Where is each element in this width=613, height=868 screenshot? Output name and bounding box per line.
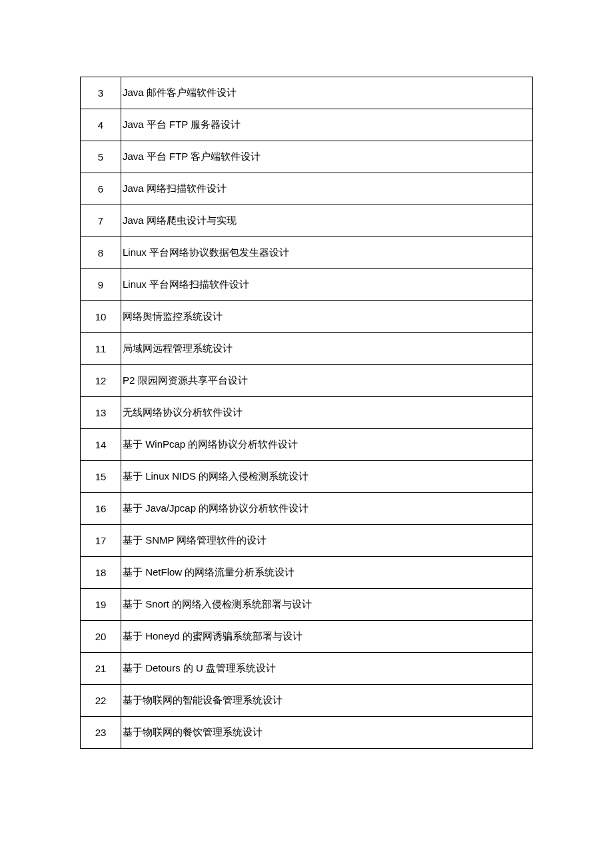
table-row: 22基于物联网的智能设备管理系统设计 (81, 685, 533, 717)
table-row: 3Java 邮件客户端软件设计 (81, 77, 533, 109)
row-description: Linux 平台网络协议数据包发生器设计 (121, 237, 533, 269)
table-row: 17基于 SNMP 网络管理软件的设计 (81, 525, 533, 557)
row-number: 16 (81, 493, 121, 525)
table-row: 14基于 WinPcap 的网络协议分析软件设计 (81, 429, 533, 461)
row-description: P2 限园网资源共享平台设计 (121, 365, 533, 397)
row-number: 18 (81, 557, 121, 589)
table-row: 6Java 网络扫描软件设计 (81, 173, 533, 205)
row-description: 网络舆情监控系统设计 (121, 301, 533, 333)
row-number: 15 (81, 461, 121, 493)
table-row: 21基于 Detours 的 U 盘管理系统设计 (81, 653, 533, 685)
row-number: 10 (81, 301, 121, 333)
row-description: 基于 NetFlow 的网络流量分析系统设计 (121, 557, 533, 589)
table-row: 9Linux 平台网络扫描软件设计 (81, 269, 533, 301)
row-number: 19 (81, 589, 121, 621)
row-description: Java 平台 FTP 服务器设计 (121, 109, 533, 141)
row-description: Java 网络爬虫设计与实现 (121, 205, 533, 237)
table-row: 5Java 平台 FTP 客户端软件设计 (81, 141, 533, 173)
row-number: 14 (81, 429, 121, 461)
row-description: Linux 平台网络扫描软件设计 (121, 269, 533, 301)
table-row: 16基于 Java/Jpcap 的网络协议分析软件设计 (81, 493, 533, 525)
row-description: Java 平台 FTP 客户端软件设计 (121, 141, 533, 173)
table-row: 8Linux 平台网络协议数据包发生器设计 (81, 237, 533, 269)
row-number: 3 (81, 77, 121, 109)
row-number: 13 (81, 397, 121, 429)
table-row: 4Java 平台 FTP 服务器设计 (81, 109, 533, 141)
row-number: 21 (81, 653, 121, 685)
row-number: 23 (81, 717, 121, 749)
topics-table: 3Java 邮件客户端软件设计 4Java 平台 FTP 服务器设计 5Java… (80, 77, 533, 749)
row-number: 12 (81, 365, 121, 397)
row-description: 基于 SNMP 网络管理软件的设计 (121, 525, 533, 557)
table-row: 15基于 Linux NIDS 的网络入侵检测系统设计 (81, 461, 533, 493)
row-number: 20 (81, 621, 121, 653)
topics-table-body: 3Java 邮件客户端软件设计 4Java 平台 FTP 服务器设计 5Java… (81, 77, 533, 749)
row-number: 9 (81, 269, 121, 301)
table-row: 10网络舆情监控系统设计 (81, 301, 533, 333)
row-description: 基于 Detours 的 U 盘管理系统设计 (121, 653, 533, 685)
row-number: 17 (81, 525, 121, 557)
row-number: 11 (81, 333, 121, 365)
row-description: 基于物联网的餐饮管理系统设计 (121, 717, 533, 749)
row-description: Java 邮件客户端软件设计 (121, 77, 533, 109)
table-row: 18基于 NetFlow 的网络流量分析系统设计 (81, 557, 533, 589)
row-number: 7 (81, 205, 121, 237)
row-description: 基于 Java/Jpcap 的网络协议分析软件设计 (121, 493, 533, 525)
document-page: 3Java 邮件客户端软件设计 4Java 平台 FTP 服务器设计 5Java… (0, 0, 613, 829)
row-description: 基于 WinPcap 的网络协议分析软件设计 (121, 429, 533, 461)
table-row: 7Java 网络爬虫设计与实现 (81, 205, 533, 237)
row-number: 4 (81, 109, 121, 141)
table-row: 13无线网络协议分析软件设计 (81, 397, 533, 429)
row-number: 5 (81, 141, 121, 173)
row-description: 基于 Snort 的网络入侵检测系统部署与设计 (121, 589, 533, 621)
table-row: 19基于 Snort 的网络入侵检测系统部署与设计 (81, 589, 533, 621)
row-description: Java 网络扫描软件设计 (121, 173, 533, 205)
row-description: 基于 Honeyd 的蜜网诱骗系统部署与设计 (121, 621, 533, 653)
table-row: 20基于 Honeyd 的蜜网诱骗系统部署与设计 (81, 621, 533, 653)
table-row: 12P2 限园网资源共享平台设计 (81, 365, 533, 397)
row-description: 无线网络协议分析软件设计 (121, 397, 533, 429)
row-number: 6 (81, 173, 121, 205)
row-description: 基于物联网的智能设备管理系统设计 (121, 685, 533, 717)
row-description: 局域网远程管理系统设计 (121, 333, 533, 365)
table-row: 23基于物联网的餐饮管理系统设计 (81, 717, 533, 749)
row-number: 8 (81, 237, 121, 269)
table-row: 11局域网远程管理系统设计 (81, 333, 533, 365)
row-number: 22 (81, 685, 121, 717)
row-description: 基于 Linux NIDS 的网络入侵检测系统设计 (121, 461, 533, 493)
